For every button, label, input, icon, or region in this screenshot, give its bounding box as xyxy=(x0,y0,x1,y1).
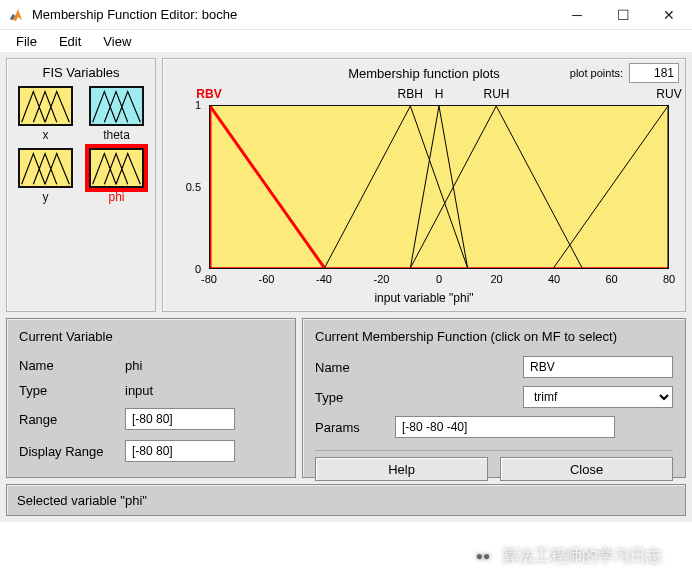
cmf-name-input[interactable] xyxy=(523,356,673,378)
fis-var-label-phi: phi xyxy=(89,190,144,204)
cmf-type-select[interactable]: trimf xyxy=(523,386,673,408)
maximize-button[interactable]: ☐ xyxy=(600,0,646,30)
fis-var-theta[interactable] xyxy=(89,86,144,126)
status-bar: Selected variable "phi" xyxy=(6,484,686,516)
cmf-buttons: Help Close xyxy=(315,450,673,481)
cv-disprange-label: Display Range xyxy=(19,444,119,459)
mf-line-RBH[interactable] xyxy=(325,106,468,268)
cmf-title: Current Membership Function (click on MF… xyxy=(315,329,673,344)
current-variable-panel: Current Variable Name phi Type input Ran… xyxy=(6,318,296,478)
cv-disprange-input[interactable] xyxy=(125,440,235,462)
mf-label-RBH[interactable]: RBH xyxy=(398,87,423,101)
mf-label-H[interactable]: H xyxy=(435,87,444,101)
fis-variables-panel: FIS Variables xthetayphi xyxy=(6,58,156,312)
help-button[interactable]: Help xyxy=(315,457,488,481)
fis-var-x[interactable] xyxy=(18,86,73,126)
cv-type-value: input xyxy=(125,383,283,398)
cv-title: Current Variable xyxy=(19,329,283,344)
x-ticks: -80-60-40-20020406080 xyxy=(209,271,669,287)
minimize-button[interactable]: ─ xyxy=(554,0,600,30)
x-tick: 40 xyxy=(548,273,560,285)
workspace: FIS Variables xthetayphi Membership func… xyxy=(0,52,692,522)
mf-line-RUV[interactable] xyxy=(554,106,669,268)
mf-line-RBV[interactable] xyxy=(210,106,325,268)
chart[interactable]: RBVRBHHRUHRUV 00.51 -80-60-40-2002040608… xyxy=(169,87,679,287)
x-tick: 60 xyxy=(605,273,617,285)
cv-range-input[interactable] xyxy=(125,408,235,430)
mf-labels: RBVRBHHRUHRUV xyxy=(209,87,669,105)
fis-var-label-theta: theta xyxy=(89,128,144,142)
plot-panel: Membership function plots plot points: R… xyxy=(162,58,686,312)
plot-points-input[interactable] xyxy=(629,63,679,83)
chart-svg[interactable] xyxy=(210,106,668,268)
y-tick: 0.5 xyxy=(186,181,201,193)
y-ticks: 00.51 xyxy=(169,105,205,269)
x-tick: -20 xyxy=(374,273,390,285)
x-tick: -60 xyxy=(259,273,275,285)
fis-var-label-y: y xyxy=(18,190,73,204)
plot-header: Membership function plots plot points: xyxy=(169,63,679,83)
mf-label-RUH[interactable]: RUH xyxy=(484,87,510,101)
fis-var-y[interactable] xyxy=(18,148,73,188)
matlab-logo-icon xyxy=(8,7,24,23)
watermark: ●● 算法工程师的学习日志 xyxy=(472,545,662,567)
cv-type-label: Type xyxy=(19,383,119,398)
menu-file[interactable]: File xyxy=(10,32,43,51)
watermark-text: 算法工程师的学习日志 xyxy=(502,546,662,567)
fis-var-label-x: x xyxy=(18,128,73,142)
x-tick: -40 xyxy=(316,273,332,285)
menu-edit[interactable]: Edit xyxy=(53,32,87,51)
top-row: FIS Variables xthetayphi Membership func… xyxy=(6,58,686,312)
x-axis-label: input variable "phi" xyxy=(169,291,679,305)
current-mf-panel: Current Membership Function (click on MF… xyxy=(302,318,686,478)
cv-name-value: phi xyxy=(125,358,283,373)
mf-line-RUH[interactable] xyxy=(410,106,582,268)
cmf-params-label: Params xyxy=(315,420,385,435)
close-button[interactable]: Close xyxy=(500,457,673,481)
cmf-params-input[interactable] xyxy=(395,416,615,438)
titlebar: Membership Function Editor: boche ─ ☐ ✕ xyxy=(0,0,692,30)
status-text: Selected variable "phi" xyxy=(17,493,147,508)
cv-name-label: Name xyxy=(19,358,119,373)
x-tick: 80 xyxy=(663,273,675,285)
fis-title: FIS Variables xyxy=(13,65,149,80)
chart-area[interactable] xyxy=(209,105,669,269)
x-tick: -80 xyxy=(201,273,217,285)
close-window-button[interactable]: ✕ xyxy=(646,0,692,30)
x-tick: 20 xyxy=(490,273,502,285)
plot-points-label: plot points: xyxy=(570,67,623,79)
mf-label-RUV[interactable]: RUV xyxy=(656,87,681,101)
x-tick: 0 xyxy=(436,273,442,285)
menu-view[interactable]: View xyxy=(97,32,137,51)
bottom-row: Current Variable Name phi Type input Ran… xyxy=(6,318,686,478)
cmf-name-label: Name xyxy=(315,360,385,375)
cv-range-label: Range xyxy=(19,412,119,427)
wechat-icon: ●● xyxy=(472,545,494,567)
y-tick: 1 xyxy=(195,99,201,111)
cmf-type-label: Type xyxy=(315,390,385,405)
fis-grid: xthetayphi xyxy=(13,86,149,204)
menubar: File Edit View xyxy=(0,30,692,52)
window-title: Membership Function Editor: boche xyxy=(32,7,554,22)
fis-var-phi[interactable] xyxy=(89,148,144,188)
